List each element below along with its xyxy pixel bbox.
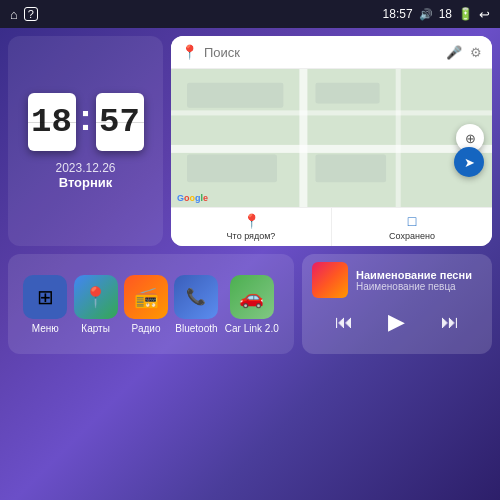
music-album-art — [312, 262, 348, 298]
saved-icon: □ — [408, 213, 416, 229]
svg-rect-4 — [396, 69, 401, 207]
carlink-icon-img: 🚗 — [230, 275, 274, 319]
app-icon-menu[interactable]: ⊞ Меню — [23, 275, 67, 334]
music-top: Наименование песни Наименование певца — [302, 254, 492, 302]
music-next-btn[interactable]: ⏭ — [434, 306, 466, 338]
svg-rect-2 — [171, 110, 492, 115]
music-player: Наименование песни Наименование певца ⏮ … — [302, 254, 492, 354]
app-icon-radio[interactable]: 📻 Радио — [124, 275, 168, 334]
clock-separator: : — [80, 97, 92, 139]
app-icon-carlink[interactable]: 🚗 Car Link 2.0 — [225, 275, 279, 334]
nearby-label: Что рядом? — [227, 231, 276, 241]
volume-icon: 🔊 — [419, 8, 433, 21]
google-logo: Google — [177, 193, 208, 203]
back-icon[interactable]: ↩ — [479, 7, 490, 22]
map-widget: 📍 🎤 ⚙ — [171, 36, 492, 246]
map-nearby-btn[interactable]: 📍 Что рядом? — [171, 208, 332, 246]
maps-label: Карты — [81, 323, 110, 334]
svg-rect-8 — [315, 155, 386, 183]
menu-label: Меню — [32, 323, 59, 334]
status-time: 18:57 — [383, 7, 413, 21]
music-info: Наименование песни Наименование певца — [356, 269, 482, 292]
radio-icon-img: 📻 — [124, 275, 168, 319]
bluetooth-label: Bluetooth — [175, 323, 217, 334]
map-search-bar: 📍 🎤 ⚙ — [171, 36, 492, 69]
menu-icon-img: ⊞ — [23, 275, 67, 319]
music-artist: Наименование певца — [356, 281, 482, 292]
device-frame: ⌂ ? 18:57 🔊 18 🔋 ↩ 18 : 57 2023.12.26 Вт… — [0, 0, 500, 500]
map-search-input[interactable] — [204, 45, 440, 60]
radio-label: Радио — [132, 323, 161, 334]
map-navigate-btn[interactable]: ➤ — [454, 147, 484, 177]
top-row: 18 : 57 2023.12.26 Вторник 📍 🎤 ⚙ — [8, 36, 492, 246]
bluetooth-icon-img: 📞 — [174, 275, 218, 319]
battery-level: 18 — [439, 7, 452, 21]
carlink-label: Car Link 2.0 — [225, 323, 279, 334]
saved-label: Сохранено — [389, 231, 435, 241]
map-settings-icon[interactable]: ⚙ — [470, 45, 482, 60]
map-saved-btn[interactable]: □ Сохранено — [332, 208, 492, 246]
app-icon-maps[interactable]: 📍 Карты — [74, 275, 118, 334]
status-bar: ⌂ ? 18:57 🔊 18 🔋 ↩ — [0, 0, 500, 28]
clock-date: 2023.12.26 — [55, 161, 115, 175]
main-content: 18 : 57 2023.12.26 Вторник 📍 🎤 ⚙ — [0, 28, 500, 500]
map-area[interactable]: ⊕ ➤ Google — [171, 69, 492, 207]
flip-clock: 18 : 57 — [28, 93, 144, 151]
clock-weekday: Вторник — [55, 175, 115, 190]
map-pin-icon: 📍 — [181, 44, 198, 60]
date-info: 2023.12.26 Вторник — [55, 161, 115, 190]
map-nav-icon: ➤ — [464, 155, 475, 170]
map-mic-icon[interactable]: 🎤 — [446, 45, 462, 60]
clock-widget: 18 : 57 2023.12.26 Вторник — [8, 36, 163, 246]
svg-rect-1 — [171, 145, 492, 153]
svg-rect-7 — [187, 155, 277, 183]
clock-hours: 18 — [28, 93, 76, 151]
svg-rect-5 — [187, 83, 283, 108]
album-art-inner — [312, 262, 348, 298]
home-icon[interactable]: ⌂ — [10, 7, 18, 22]
svg-rect-3 — [299, 69, 307, 207]
app-dock: ⊞ Меню 📍 Карты 📻 Радио 📞 Bluetooth 🚗 — [8, 254, 294, 354]
music-prev-btn[interactable]: ⏮ — [328, 306, 360, 338]
map-search-actions: 🎤 ⚙ — [446, 45, 482, 60]
map-footer: 📍 Что рядом? □ Сохранено — [171, 207, 492, 246]
nearby-icon: 📍 — [243, 213, 260, 229]
question-icon[interactable]: ? — [24, 7, 38, 21]
map-roads-svg — [171, 69, 492, 207]
svg-rect-6 — [315, 83, 379, 104]
music-controls: ⏮ ▶ ⏭ — [302, 302, 492, 346]
clock-minutes: 57 — [96, 93, 144, 151]
battery-icon: 🔋 — [458, 7, 473, 21]
maps-icon-img: 📍 — [74, 275, 118, 319]
app-icon-bluetooth[interactable]: 📞 Bluetooth — [174, 275, 218, 334]
music-play-btn[interactable]: ▶ — [381, 306, 413, 338]
bottom-row: ⊞ Меню 📍 Карты 📻 Радио 📞 Bluetooth 🚗 — [8, 254, 492, 354]
music-title: Наименование песни — [356, 269, 482, 281]
map-location-icon: ⊕ — [465, 131, 476, 146]
